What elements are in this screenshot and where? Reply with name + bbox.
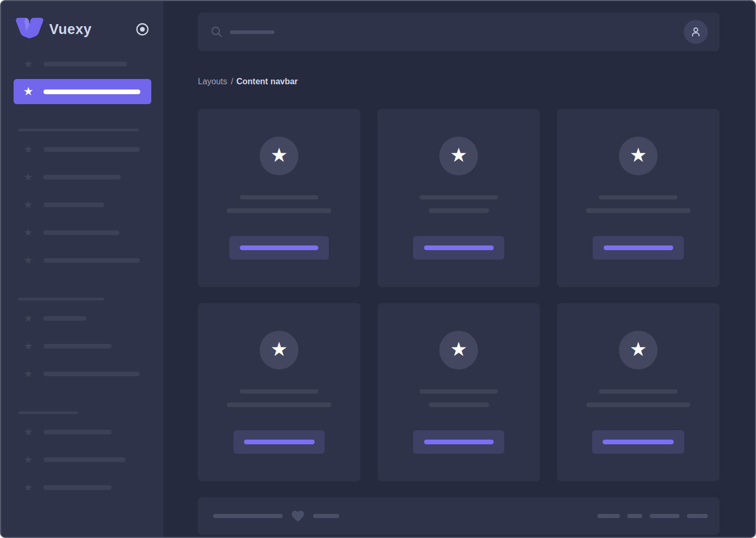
star-badge: ★ bbox=[439, 137, 478, 175]
card-button[interactable] bbox=[229, 236, 329, 260]
card-button[interactable] bbox=[592, 430, 684, 454]
footer-right bbox=[597, 514, 708, 518]
star-badge: ★ bbox=[260, 137, 298, 175]
breadcrumb-parent[interactable]: Layouts bbox=[198, 77, 227, 86]
sidebar-item[interactable]: ★ bbox=[1, 58, 163, 70]
skeleton-footer-bar bbox=[650, 514, 680, 518]
skeleton-button-label-bar bbox=[244, 440, 315, 444]
skeleton-footer-bar bbox=[213, 514, 283, 518]
content-card: ★ bbox=[377, 303, 540, 481]
skeleton-label-bar bbox=[43, 430, 112, 434]
star-icon: ★ bbox=[22, 171, 35, 183]
skeleton-label-bar bbox=[43, 258, 140, 263]
main-content: Layouts/Content navbar ★★★★★★ bbox=[198, 1, 719, 535]
sidebar-item[interactable]: ★ bbox=[1, 226, 163, 239]
star-badge: ★ bbox=[260, 331, 298, 369]
skeleton-subtitle-bar bbox=[586, 208, 691, 213]
app-window: Vuexy ★★★★★★★★★★★★★ bbox=[0, 0, 756, 538]
star-badge: ★ bbox=[619, 331, 658, 369]
card-button[interactable] bbox=[413, 236, 504, 260]
skeleton-title-bar bbox=[240, 389, 318, 394]
brand-title: Vuexy bbox=[49, 21, 92, 38]
sidebar-item-active[interactable]: ★ bbox=[14, 79, 151, 104]
skeleton-title-bar bbox=[599, 195, 677, 199]
vuexy-logo-icon bbox=[16, 18, 43, 41]
star-icon: ★ bbox=[22, 58, 35, 70]
sidebar-item[interactable]: ★ bbox=[1, 312, 163, 324]
content-card: ★ bbox=[198, 109, 360, 287]
sidebar-item[interactable]: ★ bbox=[1, 425, 163, 438]
skeleton-subtitle-bar bbox=[227, 402, 331, 407]
skeleton-title-bar bbox=[599, 389, 677, 394]
content-card: ★ bbox=[557, 109, 719, 287]
footer-left bbox=[213, 509, 339, 523]
page-footer bbox=[198, 497, 719, 535]
sidebar-item[interactable]: ★ bbox=[1, 198, 163, 211]
sidebar-item[interactable]: ★ bbox=[1, 481, 163, 494]
top-navbar bbox=[198, 13, 719, 51]
sidebar-item[interactable]: ★ bbox=[1, 367, 163, 380]
radio-circle-icon[interactable] bbox=[136, 23, 149, 36]
sidebar-group: ★★★ bbox=[1, 411, 163, 494]
star-icon: ★ bbox=[22, 226, 35, 239]
star-icon: ★ bbox=[22, 453, 35, 466]
breadcrumb-current: Content navbar bbox=[237, 77, 298, 86]
sidebar-item[interactable]: ★ bbox=[1, 453, 163, 466]
star-icon: ★ bbox=[450, 145, 467, 165]
user-avatar[interactable] bbox=[684, 20, 708, 44]
sidebar-item[interactable]: ★ bbox=[1, 340, 163, 352]
star-badge: ★ bbox=[619, 137, 658, 175]
sidebar-menu: ★★★★★★★★★★★★★ bbox=[1, 58, 163, 494]
person-icon bbox=[690, 26, 702, 38]
breadcrumb-separator: / bbox=[231, 77, 233, 86]
star-icon: ★ bbox=[270, 340, 287, 359]
skeleton-subtitle-bar bbox=[227, 208, 331, 213]
search-input[interactable] bbox=[210, 26, 274, 38]
star-icon: ★ bbox=[22, 425, 35, 438]
skeleton-label-bar bbox=[43, 457, 126, 462]
skeleton-button-label-bar bbox=[240, 245, 318, 250]
brand[interactable]: Vuexy bbox=[1, 1, 163, 41]
star-icon: ★ bbox=[22, 143, 35, 155]
skeleton-label-bar bbox=[43, 175, 121, 180]
cards-grid: ★★★★★★ bbox=[198, 109, 719, 481]
star-badge: ★ bbox=[439, 331, 478, 369]
star-icon: ★ bbox=[22, 367, 35, 380]
skeleton-button-label-bar bbox=[603, 440, 674, 444]
sidebar-item[interactable]: ★ bbox=[1, 254, 163, 266]
search-placeholder-bar bbox=[230, 30, 274, 34]
skeleton-label-bar bbox=[43, 62, 127, 66]
skeleton-title-bar bbox=[419, 389, 498, 394]
star-icon: ★ bbox=[22, 481, 35, 494]
skeleton-footer-bar bbox=[313, 514, 339, 518]
skeleton-title-bar bbox=[240, 195, 318, 199]
card-button[interactable] bbox=[593, 236, 684, 260]
skeleton-section-header-bar bbox=[18, 411, 78, 414]
content-card: ★ bbox=[557, 303, 719, 481]
star-icon: ★ bbox=[629, 340, 647, 359]
skeleton-label-bar bbox=[43, 344, 112, 349]
skeleton-subtitle-bar bbox=[429, 208, 489, 213]
star-icon: ★ bbox=[22, 198, 35, 211]
card-button[interactable] bbox=[234, 430, 325, 454]
skeleton-footer-bar bbox=[627, 514, 642, 518]
sidebar-item[interactable]: ★ bbox=[1, 143, 163, 155]
skeleton-section-header-bar bbox=[18, 298, 104, 300]
star-icon: ★ bbox=[22, 85, 35, 98]
skeleton-label-bar bbox=[43, 147, 140, 152]
star-icon: ★ bbox=[22, 312, 35, 324]
sidebar-group: ★★★ bbox=[1, 298, 163, 380]
sidebar: Vuexy ★★★★★★★★★★★★★ bbox=[1, 1, 163, 537]
skeleton-label-bar bbox=[43, 230, 119, 235]
skeleton-label-bar bbox=[43, 372, 140, 376]
content-card: ★ bbox=[377, 109, 540, 287]
sidebar-item[interactable]: ★ bbox=[1, 171, 163, 183]
skeleton-label-bar bbox=[43, 89, 140, 94]
skeleton-subtitle-bar bbox=[429, 402, 489, 407]
skeleton-footer-bar bbox=[687, 514, 708, 518]
star-icon: ★ bbox=[629, 145, 647, 165]
card-button[interactable] bbox=[413, 430, 504, 454]
star-icon: ★ bbox=[450, 340, 467, 359]
content-card: ★ bbox=[198, 303, 360, 481]
skeleton-label-bar bbox=[43, 485, 112, 490]
